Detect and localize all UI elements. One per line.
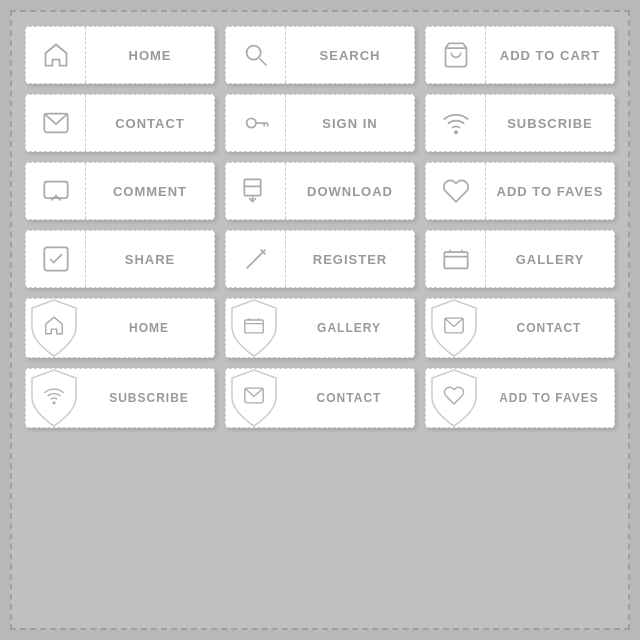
sign-in-button[interactable]: SIGN IN bbox=[225, 94, 415, 152]
button-row: COMMENTDOWNLOADADD TO FAVES bbox=[24, 162, 616, 220]
gallery-icon bbox=[426, 231, 486, 287]
contact-1-label: CONTACT bbox=[86, 116, 214, 131]
home-shield-button[interactable]: HOME bbox=[25, 298, 215, 358]
register-label: REGISTER bbox=[286, 252, 414, 267]
gallery-label: GALLERY bbox=[486, 252, 614, 267]
add-to-cart-label: ADD TO CART bbox=[486, 48, 614, 63]
svg-point-0 bbox=[246, 46, 260, 60]
home-button[interactable]: HOME bbox=[25, 26, 215, 84]
add-to-faves-shield-label: ADD TO FAVES bbox=[484, 391, 614, 405]
button-row: HOME GALLERY CONTACT bbox=[24, 298, 616, 358]
gallery-button[interactable]: GALLERY bbox=[425, 230, 615, 288]
contact-shield-2-label: CONTACT bbox=[284, 391, 414, 405]
button-row: SHAREREGISTERGALLERY bbox=[24, 230, 616, 288]
svg-line-1 bbox=[259, 59, 266, 66]
share-button[interactable]: SHARE bbox=[25, 230, 215, 288]
home-label: HOME bbox=[86, 48, 214, 63]
home-shield-label: HOME bbox=[84, 321, 214, 335]
comment-button[interactable]: COMMENT bbox=[25, 162, 215, 220]
add-to-faves-shield-button[interactable]: ADD TO FAVES bbox=[425, 368, 615, 428]
download-icon bbox=[226, 163, 286, 219]
comment-label: COMMENT bbox=[86, 184, 214, 199]
download-label: DOWNLOAD bbox=[286, 184, 414, 199]
mail-icon bbox=[443, 314, 465, 340]
add-to-faves-1-label: ADD TO FAVES bbox=[486, 184, 614, 199]
shield-wrap bbox=[424, 363, 484, 433]
contact-shield-button[interactable]: CONTACT bbox=[425, 298, 615, 358]
subscribe-shield-label: SUBSCRIBE bbox=[84, 391, 214, 405]
comment-icon bbox=[26, 163, 86, 219]
button-row: CONTACTSIGN INSUBSCRIBE bbox=[24, 94, 616, 152]
share-label: SHARE bbox=[86, 252, 214, 267]
sign-in-label: SIGN IN bbox=[286, 116, 414, 131]
svg-point-24 bbox=[53, 402, 55, 404]
svg-rect-19 bbox=[245, 320, 263, 333]
svg-point-8 bbox=[454, 131, 456, 133]
contact-shield-2-button[interactable]: CONTACT bbox=[225, 368, 415, 428]
wifi-icon bbox=[426, 95, 486, 151]
gallery-shield-button[interactable]: GALLERY bbox=[225, 298, 415, 358]
check-icon bbox=[26, 231, 86, 287]
contact-shield-label: CONTACT bbox=[484, 321, 614, 335]
subscribe-button[interactable]: SUBSCRIBE bbox=[425, 94, 615, 152]
subscribe-shield-button[interactable]: SUBSCRIBE bbox=[25, 368, 215, 428]
search-button[interactable]: SEARCH bbox=[225, 26, 415, 84]
shield-wrap bbox=[224, 363, 284, 433]
wifi-icon bbox=[43, 384, 65, 410]
cart-icon bbox=[426, 27, 486, 83]
heart-icon bbox=[443, 384, 465, 410]
button-row: HOMESEARCHADD TO CART bbox=[24, 26, 616, 84]
subscribe-label: SUBSCRIBE bbox=[486, 116, 614, 131]
shield-wrap bbox=[24, 363, 84, 433]
shield-wrap bbox=[424, 293, 484, 363]
search-icon bbox=[226, 27, 286, 83]
svg-rect-10 bbox=[244, 179, 260, 195]
search-label: SEARCH bbox=[286, 48, 414, 63]
download-button[interactable]: DOWNLOAD bbox=[225, 162, 415, 220]
add-to-faves-1-button[interactable]: ADD TO FAVES bbox=[425, 162, 615, 220]
gallery-icon bbox=[243, 314, 265, 340]
shield-wrap bbox=[24, 293, 84, 363]
button-row: SUBSCRIBE CONTACT ADD TO FAVES bbox=[24, 368, 616, 428]
shield-wrap bbox=[224, 293, 284, 363]
svg-rect-15 bbox=[444, 252, 467, 268]
pencil-icon bbox=[226, 231, 286, 287]
heart-icon bbox=[426, 163, 486, 219]
button-grid: HOMESEARCHADD TO CARTCONTACTSIGN INSUBSC… bbox=[10, 10, 630, 630]
home-icon bbox=[26, 27, 86, 83]
mail-icon bbox=[243, 384, 265, 410]
key-icon bbox=[226, 95, 286, 151]
home-icon bbox=[43, 314, 65, 340]
contact-1-button[interactable]: CONTACT bbox=[25, 94, 215, 152]
add-to-cart-button[interactable]: ADD TO CART bbox=[425, 26, 615, 84]
register-button[interactable]: REGISTER bbox=[225, 230, 415, 288]
gallery-shield-label: GALLERY bbox=[284, 321, 414, 335]
svg-point-4 bbox=[246, 118, 255, 127]
mail-icon bbox=[26, 95, 86, 151]
